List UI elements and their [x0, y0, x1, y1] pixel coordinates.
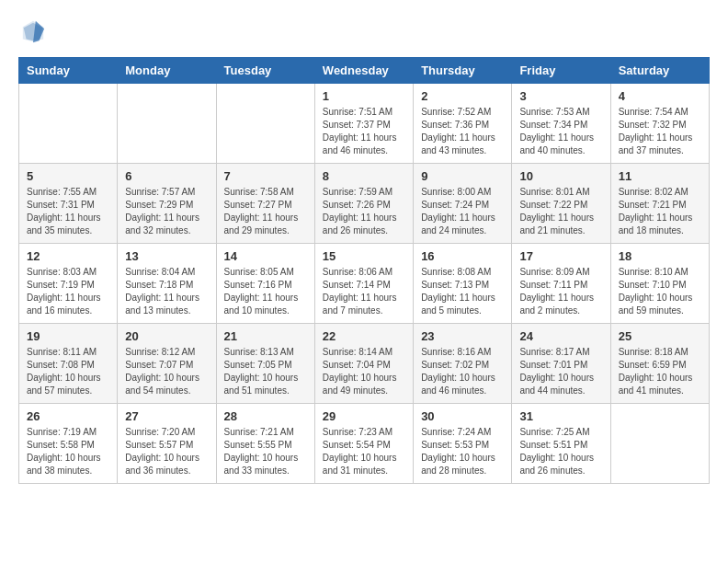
day-number: 20 [125, 329, 208, 343]
calendar-cell: 16 Sunrise: 8:08 AMSunset: 7:13 PMDaylig… [414, 244, 512, 324]
calendar-cell: 24 Sunrise: 8:17 AMSunset: 7:01 PMDaylig… [512, 324, 610, 404]
day-info: Sunrise: 7:51 AMSunset: 7:37 PMDaylight:… [323, 107, 397, 155]
calendar-cell: 18 Sunrise: 8:10 AMSunset: 7:10 PMDaylig… [610, 244, 709, 324]
calendar-cell: 5 Sunrise: 7:55 AMSunset: 7:31 PMDayligh… [19, 164, 118, 244]
calendar-cell: 10 Sunrise: 8:01 AMSunset: 7:22 PMDaylig… [512, 164, 610, 244]
day-number: 12 [27, 249, 109, 263]
calendar-cell: 19 Sunrise: 8:11 AMSunset: 7:08 PMDaylig… [19, 324, 118, 404]
calendar-cell [19, 84, 118, 164]
day-info: Sunrise: 7:21 AMSunset: 5:55 PMDaylight:… [224, 427, 299, 476]
calendar-cell [118, 84, 216, 164]
day-number: 13 [125, 249, 208, 263]
weekday-header-sunday: Sunday [19, 58, 118, 84]
page-header [18, 18, 710, 48]
weekday-header-thursday: Thursday [414, 58, 512, 84]
calendar-cell: 2 Sunrise: 7:52 AMSunset: 7:36 PMDayligh… [414, 84, 512, 164]
calendar-cell: 9 Sunrise: 8:00 AMSunset: 7:24 PMDayligh… [414, 164, 512, 244]
weekday-header-wednesday: Wednesday [314, 58, 413, 84]
calendar-cell: 27 Sunrise: 7:20 AMSunset: 5:57 PMDaylig… [118, 404, 216, 484]
calendar-cell: 11 Sunrise: 8:02 AMSunset: 7:21 PMDaylig… [610, 164, 709, 244]
day-info: Sunrise: 8:14 AMSunset: 7:04 PMDaylight:… [323, 347, 397, 396]
day-info: Sunrise: 8:01 AMSunset: 7:22 PMDaylight:… [519, 187, 594, 236]
weekday-header-saturday: Saturday [610, 58, 709, 84]
calendar-cell [216, 84, 314, 164]
day-info: Sunrise: 7:58 AMSunset: 7:27 PMDaylight:… [224, 187, 299, 236]
calendar-cell: 15 Sunrise: 8:06 AMSunset: 7:14 PMDaylig… [314, 244, 413, 324]
calendar-table: SundayMondayTuesdayWednesdayThursdayFrid… [18, 57, 710, 484]
day-number: 5 [27, 169, 109, 183]
day-number: 14 [224, 249, 307, 263]
calendar-cell: 17 Sunrise: 8:09 AMSunset: 7:11 PMDaylig… [512, 244, 610, 324]
day-number: 22 [323, 329, 405, 343]
day-info: Sunrise: 7:20 AMSunset: 5:57 PMDaylight:… [125, 427, 199, 476]
day-info: Sunrise: 7:59 AMSunset: 7:26 PMDaylight:… [323, 187, 397, 236]
day-number: 17 [519, 249, 602, 263]
day-info: Sunrise: 8:03 AMSunset: 7:19 PMDaylight:… [27, 267, 101, 316]
day-info: Sunrise: 7:25 AMSunset: 5:51 PMDaylight:… [519, 427, 594, 476]
day-number: 4 [619, 89, 701, 103]
day-info: Sunrise: 8:00 AMSunset: 7:24 PMDaylight:… [421, 187, 495, 236]
calendar-cell: 20 Sunrise: 8:12 AMSunset: 7:07 PMDaylig… [118, 324, 216, 404]
day-info: Sunrise: 8:02 AMSunset: 7:21 PMDaylight:… [619, 187, 693, 236]
calendar-cell: 26 Sunrise: 7:19 AMSunset: 5:58 PMDaylig… [19, 404, 118, 484]
day-info: Sunrise: 8:11 AMSunset: 7:08 PMDaylight:… [27, 347, 101, 396]
logo-icon [20, 18, 46, 44]
day-number: 2 [421, 89, 504, 103]
day-info: Sunrise: 7:52 AMSunset: 7:36 PMDaylight:… [421, 107, 495, 155]
day-number: 23 [421, 329, 504, 343]
logo [18, 18, 46, 48]
day-number: 16 [421, 249, 504, 263]
calendar-week-row: 5 Sunrise: 7:55 AMSunset: 7:31 PMDayligh… [19, 164, 710, 244]
calendar-cell: 22 Sunrise: 8:14 AMSunset: 7:04 PMDaylig… [314, 324, 413, 404]
day-info: Sunrise: 8:06 AMSunset: 7:14 PMDaylight:… [323, 267, 397, 316]
day-info: Sunrise: 7:54 AMSunset: 7:32 PMDaylight:… [619, 107, 693, 155]
day-number: 29 [323, 409, 405, 423]
day-info: Sunrise: 8:18 AMSunset: 6:59 PMDaylight:… [619, 347, 693, 396]
day-number: 26 [27, 409, 109, 423]
calendar-cell: 13 Sunrise: 8:04 AMSunset: 7:18 PMDaylig… [118, 244, 216, 324]
day-number: 31 [519, 409, 602, 423]
day-number: 7 [224, 169, 307, 183]
day-info: Sunrise: 8:04 AMSunset: 7:18 PMDaylight:… [125, 267, 199, 316]
weekday-header-row: SundayMondayTuesdayWednesdayThursdayFrid… [19, 58, 710, 84]
day-number: 3 [519, 89, 602, 103]
day-number: 18 [619, 249, 701, 263]
day-info: Sunrise: 8:08 AMSunset: 7:13 PMDaylight:… [421, 267, 495, 316]
day-info: Sunrise: 7:57 AMSunset: 7:29 PMDaylight:… [125, 187, 199, 236]
calendar-cell: 1 Sunrise: 7:51 AMSunset: 7:37 PMDayligh… [314, 84, 413, 164]
calendar-cell [610, 404, 709, 484]
day-number: 8 [323, 169, 405, 183]
day-number: 15 [323, 249, 405, 263]
calendar-week-row: 19 Sunrise: 8:11 AMSunset: 7:08 PMDaylig… [19, 324, 710, 404]
day-number: 19 [27, 329, 109, 343]
day-info: Sunrise: 8:10 AMSunset: 7:10 PMDaylight:… [619, 267, 693, 316]
calendar-cell: 30 Sunrise: 7:24 AMSunset: 5:53 PMDaylig… [414, 404, 512, 484]
day-number: 25 [619, 329, 701, 343]
calendar-cell: 31 Sunrise: 7:25 AMSunset: 5:51 PMDaylig… [512, 404, 610, 484]
day-info: Sunrise: 8:17 AMSunset: 7:01 PMDaylight:… [519, 347, 594, 396]
day-info: Sunrise: 7:55 AMSunset: 7:31 PMDaylight:… [27, 187, 101, 236]
day-number: 30 [421, 409, 504, 423]
calendar-cell: 23 Sunrise: 8:16 AMSunset: 7:02 PMDaylig… [414, 324, 512, 404]
day-number: 11 [619, 169, 701, 183]
day-info: Sunrise: 8:12 AMSunset: 7:07 PMDaylight:… [125, 347, 199, 396]
day-number: 27 [125, 409, 208, 423]
calendar-cell: 29 Sunrise: 7:23 AMSunset: 5:54 PMDaylig… [314, 404, 413, 484]
calendar-cell: 6 Sunrise: 7:57 AMSunset: 7:29 PMDayligh… [118, 164, 216, 244]
day-number: 9 [421, 169, 504, 183]
calendar-week-row: 26 Sunrise: 7:19 AMSunset: 5:58 PMDaylig… [19, 404, 710, 484]
day-info: Sunrise: 7:23 AMSunset: 5:54 PMDaylight:… [323, 427, 397, 476]
calendar-cell: 8 Sunrise: 7:59 AMSunset: 7:26 PMDayligh… [314, 164, 413, 244]
calendar-week-row: 12 Sunrise: 8:03 AMSunset: 7:19 PMDaylig… [19, 244, 710, 324]
calendar-cell: 4 Sunrise: 7:54 AMSunset: 7:32 PMDayligh… [610, 84, 709, 164]
calendar-week-row: 1 Sunrise: 7:51 AMSunset: 7:37 PMDayligh… [19, 84, 710, 164]
day-info: Sunrise: 7:24 AMSunset: 5:53 PMDaylight:… [421, 427, 495, 476]
calendar-cell: 12 Sunrise: 8:03 AMSunset: 7:19 PMDaylig… [19, 244, 118, 324]
day-info: Sunrise: 8:13 AMSunset: 7:05 PMDaylight:… [224, 347, 299, 396]
day-number: 28 [224, 409, 307, 423]
day-number: 24 [519, 329, 602, 343]
day-info: Sunrise: 8:09 AMSunset: 7:11 PMDaylight:… [519, 267, 594, 316]
day-info: Sunrise: 8:05 AMSunset: 7:16 PMDaylight:… [224, 267, 299, 316]
day-info: Sunrise: 8:16 AMSunset: 7:02 PMDaylight:… [421, 347, 495, 396]
calendar-cell: 14 Sunrise: 8:05 AMSunset: 7:16 PMDaylig… [216, 244, 314, 324]
